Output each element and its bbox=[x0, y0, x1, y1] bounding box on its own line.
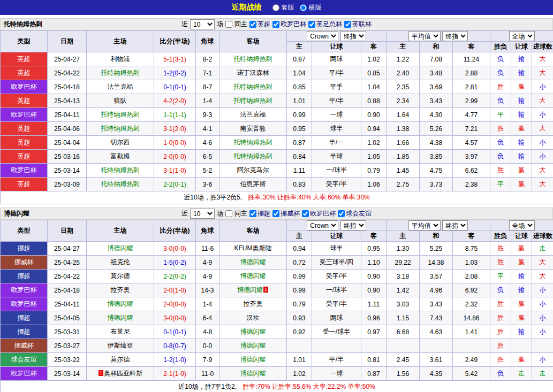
away-team[interactable]: 博德闪耀 bbox=[219, 367, 287, 381]
match-score[interactable]: 2-0(0-0) bbox=[154, 297, 196, 311]
home-team[interactable]: 祖克伦 bbox=[87, 256, 154, 270]
home-team[interactable]: 莫尔德 bbox=[87, 353, 154, 367]
match-score[interactable]: 3-0(0-0) bbox=[154, 242, 196, 256]
home-team[interactable]: 莫尔德 bbox=[87, 270, 154, 283]
match-score[interactable]: 0-8(0-7) bbox=[154, 339, 196, 353]
away-team[interactable]: 汉坎 bbox=[219, 311, 287, 325]
home-team[interactable]: 博德闪耀 bbox=[87, 311, 154, 325]
league-checkbox[interactable] bbox=[249, 210, 256, 217]
match-score[interactable]: 2-2(0-2) bbox=[154, 270, 196, 283]
home-team[interactable]: 托特纳姆热刺 bbox=[87, 66, 154, 80]
match-score[interactable]: 1-5(0-2) bbox=[154, 256, 196, 270]
home-team[interactable]: 富勒姆 bbox=[87, 150, 154, 164]
match-score[interactable]: 4-2(2-0) bbox=[154, 94, 196, 108]
layout-horizontal-option[interactable]: 横版 bbox=[300, 3, 322, 12]
home-team[interactable]: 伊斯灿登 bbox=[87, 339, 154, 353]
match-count-select[interactable]: 10 bbox=[190, 209, 215, 219]
league-filter-eliteserien[interactable]: 挪超 bbox=[249, 209, 270, 218]
away-team[interactable]: 托特纳姆热刺 bbox=[219, 136, 287, 150]
home-team[interactable]: 托特纳姆热刺 bbox=[87, 122, 154, 136]
period-select[interactable]: 全场 bbox=[509, 31, 535, 41]
euro-source-select[interactable]: 平均值 bbox=[408, 220, 441, 230]
away-team[interactable]: 拉齐奥 bbox=[219, 297, 287, 311]
league-checkbox[interactable] bbox=[249, 21, 256, 28]
match-score[interactable]: 3-1(2-0) bbox=[154, 122, 196, 136]
match-score[interactable]: 2-0(0-0) bbox=[154, 150, 196, 164]
league-checkbox[interactable] bbox=[308, 21, 315, 28]
match-score[interactable]: 5-1(3-1) bbox=[154, 52, 196, 66]
match-score[interactable]: 1-2(1-0) bbox=[154, 353, 196, 367]
home-team[interactable]: 利物浦 bbox=[87, 52, 154, 66]
away-team[interactable]: 博德闪耀1 bbox=[219, 283, 287, 297]
away-team[interactable]: 阿尔克马尔 bbox=[219, 164, 287, 178]
league-filter-epl[interactable]: 英超 bbox=[249, 20, 270, 29]
away-team[interactable]: 博德闪耀 bbox=[219, 270, 287, 283]
home-team[interactable]: 博德闪耀 bbox=[87, 297, 154, 311]
away-team[interactable]: 托特纳姆热刺 bbox=[219, 52, 287, 66]
away-team[interactable]: 博德闪耀 bbox=[219, 256, 287, 270]
match-score[interactable]: 0-1(0-1) bbox=[154, 80, 196, 94]
league-filter-friendly[interactable]: 球会友谊 bbox=[338, 209, 372, 218]
home-team[interactable]: 布莱尼 bbox=[87, 325, 154, 339]
match-score[interactable]: 0-1(0-1) bbox=[154, 325, 196, 339]
team-name-text: 博德闪耀 bbox=[240, 370, 266, 377]
away-team[interactable]: 诺丁汉森林 bbox=[219, 66, 287, 80]
match-score[interactable]: 1-1(1-1) bbox=[154, 108, 196, 122]
team-name-text: 伊斯灿登 bbox=[108, 342, 133, 349]
league-filter-norwaycup[interactable]: 挪威杯 bbox=[272, 209, 300, 218]
layout-vertical-option[interactable]: 竖版 bbox=[272, 3, 294, 12]
league-filter-europa[interactable]: 欧罗巴杯 bbox=[302, 209, 336, 218]
same-home-checkbox[interactable] bbox=[225, 21, 232, 28]
match-count-select[interactable]: 10 bbox=[190, 19, 215, 29]
vertical-radio[interactable] bbox=[272, 4, 279, 11]
league-filter-europa[interactable]: 欧罗巴杯 bbox=[272, 20, 306, 29]
match-score[interactable]: 2-2(0-1) bbox=[154, 178, 196, 191]
corner-count: 8-2 bbox=[196, 52, 219, 66]
league-checkbox[interactable] bbox=[302, 210, 309, 217]
match-score[interactable]: 3-1(1-0) bbox=[154, 164, 196, 178]
away-team[interactable]: 南安普敦 bbox=[219, 122, 287, 136]
euro-source-select[interactable]: 平均值 bbox=[408, 31, 441, 41]
match-date: 25-04-22 bbox=[48, 66, 87, 80]
away-team[interactable]: 伯恩茅斯 bbox=[219, 178, 287, 191]
away-team[interactable]: 托特纳姆热刺 bbox=[219, 80, 287, 94]
home-team[interactable]: 切尔西 bbox=[87, 136, 154, 150]
home-team[interactable]: 1奥林匹亚科斯 bbox=[87, 367, 154, 381]
asia-stage-select[interactable]: 终指 bbox=[340, 31, 366, 41]
period-select[interactable]: 全场 bbox=[509, 220, 535, 230]
home-team[interactable]: 托特纳姆热刺 bbox=[87, 108, 154, 122]
same-home-checkbox[interactable] bbox=[225, 210, 232, 217]
away-team[interactable]: 托特纳姆热刺 bbox=[219, 94, 287, 108]
home-team[interactable]: 法兰克福 bbox=[87, 80, 154, 94]
home-team[interactable]: 博德闪耀 bbox=[87, 242, 154, 256]
home-team[interactable]: 托特纳姆热刺 bbox=[87, 164, 154, 178]
euro-stage-select[interactable]: 终指 bbox=[442, 31, 468, 41]
match-score[interactable]: 2-0(1-0) bbox=[154, 283, 196, 297]
league-checkbox[interactable] bbox=[338, 210, 345, 217]
league-filter-eflcup[interactable]: 英联杯 bbox=[344, 20, 372, 29]
bookmaker-select[interactable]: Crown bbox=[307, 220, 338, 230]
away-team[interactable]: 托特纳姆热刺 bbox=[219, 150, 287, 164]
euro-home-odds: 1.45 bbox=[387, 164, 420, 178]
away-team[interactable]: 博德闪耀 bbox=[219, 339, 287, 353]
asia-stage-select[interactable]: 终指 bbox=[340, 220, 366, 230]
euro-stage-select[interactable]: 终指 bbox=[442, 220, 468, 230]
home-team[interactable]: 狼队 bbox=[87, 94, 154, 108]
league-checkbox[interactable] bbox=[272, 210, 279, 217]
league-checkbox[interactable] bbox=[344, 21, 351, 28]
match-score[interactable]: 2-1(1-0) bbox=[154, 367, 196, 381]
match-score[interactable]: 1-0(0-0) bbox=[154, 136, 196, 150]
away-team[interactable]: KFUM奥斯陆 bbox=[219, 242, 287, 256]
home-team[interactable]: 拉齐奥 bbox=[87, 283, 154, 297]
league-checkbox[interactable] bbox=[272, 21, 279, 28]
match-score[interactable]: 3-0(0-0) bbox=[154, 311, 196, 325]
away-team[interactable]: 博德闪耀 bbox=[219, 325, 287, 339]
bookmaker-select[interactable]: Crown bbox=[307, 31, 338, 41]
home-team[interactable]: 托特纳姆热刺 bbox=[87, 178, 154, 191]
away-team[interactable]: 博德闪耀 bbox=[219, 353, 287, 367]
league-filter-facup[interactable]: 英足总杯 bbox=[308, 20, 342, 29]
away-team[interactable]: 法兰克福 bbox=[219, 108, 287, 122]
match-score[interactable]: 1-2(0-2) bbox=[154, 66, 196, 80]
horizontal-radio[interactable] bbox=[300, 4, 307, 11]
result-goals: 大 bbox=[532, 66, 553, 80]
